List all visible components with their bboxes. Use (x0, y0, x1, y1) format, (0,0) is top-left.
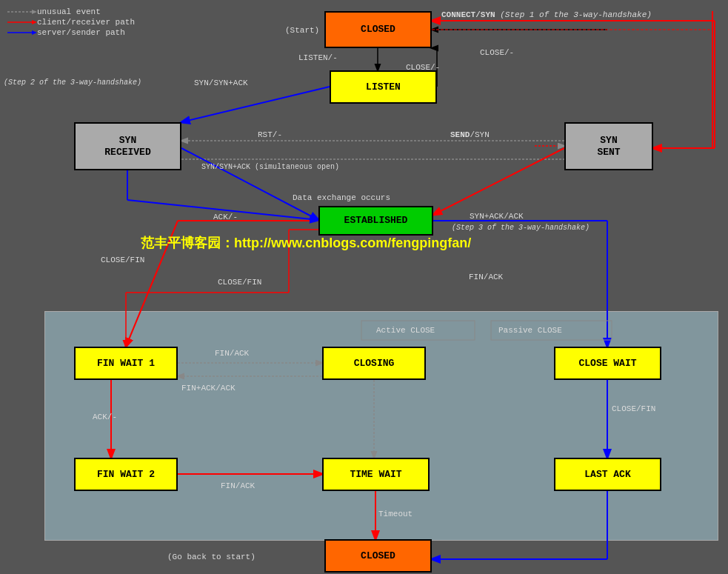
legend-server: server/sender path (37, 28, 125, 37)
label-close-fin-1: CLOSE/FIN (101, 256, 144, 264)
label-active-close: Active CLOSE (376, 326, 435, 335)
label-go-back: (Go back to start) (167, 553, 256, 561)
label-start: (Start) (285, 26, 319, 35)
state-fin-wait-2: FIN WAIT 2 (74, 458, 178, 491)
label-ack: ACK/- (213, 213, 238, 221)
svg-marker-5 (32, 30, 37, 35)
state-established: ESTABLISHED (318, 206, 433, 236)
label-fin-ack-bottom: FIN/ACK (221, 481, 255, 490)
label-finackack: FIN+ACK/ACK (181, 384, 236, 393)
state-closed-top: CLOSED (324, 11, 432, 48)
label-step2: (Step 2 of the 3-way-handshake) (4, 79, 141, 87)
state-syn-sent: SYNSENT (564, 122, 653, 170)
state-fin-wait-1: FIN WAIT 1 (74, 347, 178, 380)
svg-marker-1 (32, 10, 37, 14)
legend-client: client/receiver path (37, 18, 135, 27)
label-close-top: CLOSE/- (480, 48, 514, 57)
state-closing: CLOSING (322, 347, 426, 380)
svg-line-17 (181, 148, 318, 220)
legend: unusual event client/receiver path serve… (7, 7, 135, 39)
svg-line-18 (433, 148, 564, 215)
label-ack-fin: ACK/- (93, 413, 117, 421)
label-synackack: SYN+ACK/ACK (470, 212, 524, 221)
label-close-fin-3: CLOSE/FIN (612, 404, 655, 413)
watermark: 范丰平博客园：http://www.cnblogs.com/fengpingfa… (141, 234, 471, 252)
label-connect-syn: CONNECT/SYN (Step 1 of the 3-way-handsha… (441, 10, 652, 19)
svg-marker-3 (32, 20, 37, 24)
label-data-exchange: Data exchange occurs (293, 193, 390, 202)
label-close-2: CLOSE/- (406, 63, 440, 72)
label-syn-synack: SYN/SYN+ACK (194, 79, 248, 87)
label-simultaneous: SYN/SYN+ACK (simultaneous open) (201, 163, 339, 171)
state-syn-received: SYNRECEIVED (74, 122, 181, 170)
state-closed-bottom: CLOSED (324, 539, 432, 573)
state-close-wait: CLOSE WAIT (554, 347, 661, 380)
label-send-syn: SEND/SYN (450, 130, 490, 139)
label-timeout: Timeout (378, 510, 413, 518)
svg-line-12 (181, 87, 330, 122)
state-last-ack: LAST ACK (554, 458, 661, 491)
label-step3: (Step 3 of the 3-way-handshake) (452, 224, 590, 232)
state-time-wait: TIME WAIT (322, 458, 430, 491)
closing-states-area (44, 311, 718, 541)
label-rst: RST/- (258, 130, 282, 139)
state-listen: LISTEN (330, 70, 437, 104)
label-listen: LISTEN/- (298, 53, 338, 62)
label-passive-close: Passive CLOSE (498, 326, 562, 335)
label-fin-ack-mid: FIN/ACK (215, 349, 249, 358)
label-close-fin-2: CLOSE/FIN (218, 278, 261, 287)
diagram-container: unusual event client/receiver path serve… (0, 0, 728, 574)
legend-unusual: unusual event (37, 7, 101, 16)
label-fin-ack-top: FIN/ACK (469, 273, 503, 281)
